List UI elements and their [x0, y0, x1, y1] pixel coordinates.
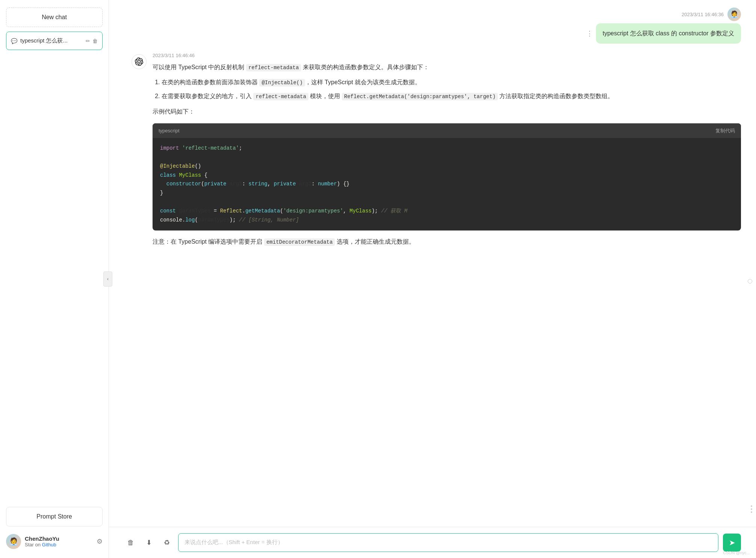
- refresh-button[interactable]: ♻: [160, 536, 174, 549]
- user-info: ChenZhaoYu Star on Github: [25, 535, 93, 547]
- settings-icon[interactable]: ⚙: [97, 537, 103, 546]
- scroll-indicator: [748, 279, 752, 284]
- export-button[interactable]: ⬇: [142, 536, 156, 549]
- main-chat-area: 2023/3/11 16:46:36 🧑‍💼 ⋮ typescript 怎么获取…: [109, 0, 756, 558]
- copy-code-button[interactable]: 复制代码: [715, 126, 735, 135]
- code-block-header: typescript 复制代码: [153, 123, 741, 138]
- user-avatar-small: 🧑‍💼: [727, 8, 741, 21]
- bottom-toolbar: 🗑 ⬇ ♻ ➤: [109, 527, 756, 558]
- chat-history-item[interactable]: 💬 typescript 怎么获... ✏ 🗑: [6, 32, 103, 50]
- inline-code-getmetadata: Reflect.getMetadata('design:paramtypes',…: [342, 93, 498, 100]
- ai-message-content: 2023/3/11 16:46:46 可以使用 TypeScript 中的反射机…: [153, 53, 741, 252]
- user-area: 🧑‍💼 ChenZhaoYu Star on Github ⚙: [6, 532, 103, 550]
- ai-avatar: [132, 54, 147, 69]
- edit-icon[interactable]: ✏: [86, 38, 90, 44]
- scroll-dot: [751, 511, 752, 513]
- ai-step-2: 在需要获取参数定义的地方，引入 reflect-metadata 模块，使用 R…: [162, 91, 741, 102]
- inline-code-reflect-metadata: reflect-metadata: [246, 64, 301, 71]
- user-name: ChenZhaoYu: [25, 535, 93, 542]
- delete-conversation-button[interactable]: 🗑: [124, 536, 138, 549]
- ai-step-1: 在类的构造函数参数前面添加装饰器 @Injectable()，这样 TypeSc…: [162, 77, 741, 88]
- send-button[interactable]: ➤: [723, 534, 741, 552]
- collapse-sidebar-button[interactable]: ‹: [103, 271, 112, 287]
- code-content: import 'reflect-metadata'; @Injectable()…: [153, 138, 741, 230]
- chat-item-title: typescript 怎么获...: [20, 37, 83, 44]
- delete-icon[interactable]: 🗑: [92, 38, 98, 44]
- inline-code-emit-decorator: emitDecoratorMetadata: [264, 238, 335, 246]
- avatar: 🧑‍💼: [6, 534, 21, 549]
- ai-note-paragraph: 注意：在 TypeScript 编译选项中需要开启 emitDecoratorM…: [153, 237, 741, 247]
- new-chat-button[interactable]: New chat: [6, 8, 103, 27]
- scroll-dot: [751, 508, 752, 510]
- inline-code-injectable: @Injectable(): [259, 79, 305, 86]
- ai-steps-list: 在类的构造函数参数前面添加装饰器 @Injectable()，这样 TypeSc…: [153, 77, 741, 102]
- scroll-dot: [751, 505, 752, 507]
- user-subtitle: Star on Github: [25, 542, 93, 547]
- chat-input[interactable]: [178, 533, 718, 552]
- ai-message-row: 2023/3/11 16:46:46 可以使用 TypeScript 中的反射机…: [132, 53, 741, 252]
- code-lang-label: typescript: [159, 126, 180, 135]
- user-message-bubble: typescript 怎么获取 class 的 constructor 参数定义: [596, 23, 741, 44]
- chat-icon: 💬: [11, 38, 17, 44]
- ai-intro-paragraph: 可以使用 TypeScript 中的反射机制 reflect-metadata …: [153, 62, 741, 73]
- ai-example-label: 示例代码如下：: [153, 106, 741, 117]
- user-timestamp: 2023/3/11 16:46:36: [682, 12, 724, 17]
- collapse-icon: ‹: [107, 276, 109, 282]
- send-icon: ➤: [729, 538, 735, 547]
- sidebar: New chat 💬 typescript 怎么获... ✏ 🗑 Prompt …: [0, 0, 109, 558]
- code-block: typescript 复制代码 import 'reflect-metadata…: [153, 123, 741, 231]
- scroll-dots: [751, 505, 752, 513]
- user-message-row: 2023/3/11 16:46:36 🧑‍💼 ⋮ typescript 怎么获取…: [132, 8, 741, 44]
- github-link[interactable]: Github: [42, 542, 56, 547]
- watermark: CSDN @nyc...: [723, 550, 750, 555]
- message-options-icon[interactable]: ⋮: [586, 29, 593, 38]
- chat-messages: 2023/3/11 16:46:36 🧑‍💼 ⋮ typescript 怎么获取…: [109, 0, 756, 527]
- trash-icon: 🗑: [127, 539, 134, 547]
- download-icon: ⬇: [146, 538, 152, 547]
- refresh-icon: ♻: [164, 538, 170, 547]
- ai-text-body: 可以使用 TypeScript 中的反射机制 reflect-metadata …: [153, 62, 741, 248]
- chat-item-actions: ✏ 🗑: [86, 38, 98, 44]
- inline-code-reflect-metadata-2: reflect-metadata: [253, 93, 308, 100]
- user-message-meta: 2023/3/11 16:46:36 🧑‍💼: [682, 8, 741, 21]
- prompt-store-button[interactable]: Prompt Store: [6, 507, 103, 526]
- ai-timestamp: 2023/3/11 16:46:46: [153, 53, 741, 58]
